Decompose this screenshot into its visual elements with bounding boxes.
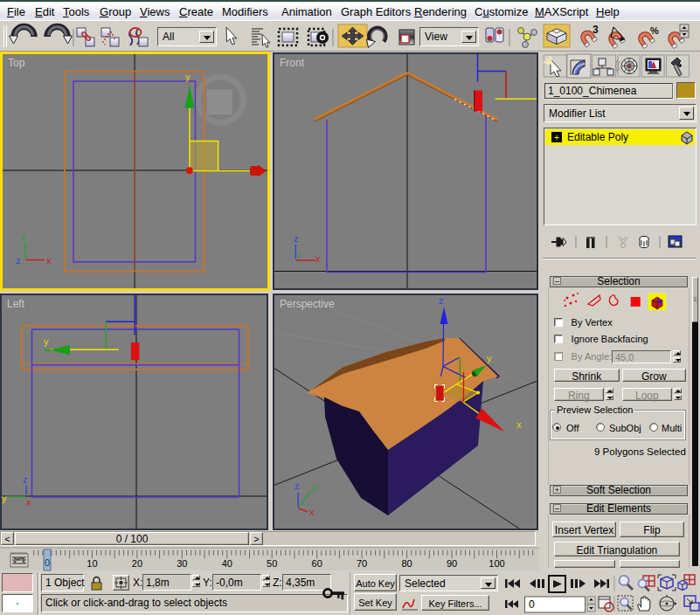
svg-text:100: 100	[489, 558, 504, 569]
svg-text:y: y	[21, 231, 26, 242]
svg-text:z: z	[23, 474, 28, 485]
svg-text:x: x	[315, 253, 321, 264]
svg-text:y: y	[185, 72, 191, 82]
svg-text:z: z	[439, 295, 444, 306]
svg-text:z: z	[294, 233, 299, 244]
svg-text:x: x	[26, 497, 31, 508]
svg-text:20: 20	[132, 558, 142, 569]
svg-text:40: 40	[222, 558, 232, 569]
svg-text:0: 0	[45, 557, 50, 568]
svg-text:80: 80	[401, 558, 412, 569]
svg-text:70: 70	[357, 558, 367, 569]
svg-text:x: x	[309, 507, 315, 517]
svg-text:y: y	[297, 251, 301, 259]
svg-text:10: 10	[87, 558, 97, 569]
svg-text:x: x	[46, 255, 52, 266]
svg-text:0: 0	[529, 598, 535, 611]
svg-text:50: 50	[267, 558, 277, 569]
svg-text:3: 3	[593, 24, 599, 36]
svg-text:y: y	[312, 481, 317, 492]
svg-text:z: z	[295, 480, 300, 491]
svg-text:y: y	[2, 493, 7, 503]
svg-text:30: 30	[177, 558, 187, 569]
svg-text:60: 60	[312, 558, 322, 569]
svg-text:y: y	[44, 336, 49, 347]
svg-text:x: x	[516, 419, 522, 430]
svg-text:z: z	[16, 255, 21, 266]
svg-text:90: 90	[447, 558, 457, 569]
svg-text:y: y	[487, 353, 492, 363]
svg-text:%: %	[650, 25, 659, 36]
